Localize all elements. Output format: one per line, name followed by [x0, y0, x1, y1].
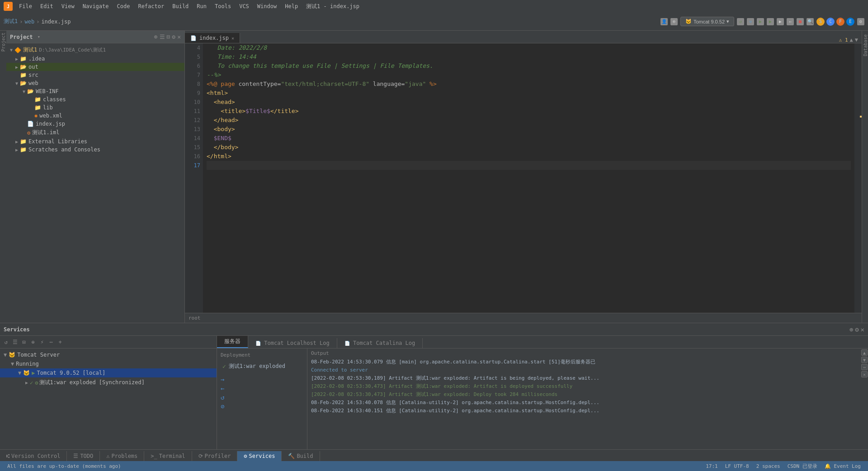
toolbar-icon-nav[interactable]: ⊕: [670, 18, 678, 25]
expand-icon[interactable]: ▲: [850, 37, 853, 43]
svc-icon-filter[interactable]: ⚡: [38, 338, 46, 346]
editor-tab-close[interactable]: ✕: [231, 36, 234, 41]
services-settings-icon[interactable]: ⚙: [855, 326, 859, 333]
status-encoding[interactable]: LF UTF-8: [722, 463, 753, 469]
svc-item-running[interactable]: ▼ Running: [0, 359, 217, 368]
menu-item-help[interactable]: Help: [281, 2, 302, 11]
tree-item-root[interactable]: ▼ 🔶 测试1 D:\Java\IDEA_Code\测试1: [6, 45, 184, 55]
editor-tab-indexjsp[interactable]: 📄 index.jsp ✕: [185, 33, 240, 43]
tree-item-idea[interactable]: ▶ 📁 .idea: [6, 55, 184, 63]
menu-item-build[interactable]: Build: [169, 2, 192, 11]
svc-icon-expand[interactable]: ⊟: [20, 338, 28, 346]
menu-item-window[interactable]: Window: [254, 2, 280, 11]
svc-tab-localhost-log[interactable]: 📄 Tomcat Localhost Log: [248, 338, 337, 348]
deployment-item[interactable]: ✓ 测试1:war exploded: [221, 361, 303, 372]
toolbar-icon-coverage[interactable]: ▶: [777, 18, 784, 25]
project-icon-collapse[interactable]: ☰: [160, 33, 165, 40]
tree-item-classes[interactable]: ▶ 📁 classes: [6, 95, 184, 104]
tab-profiler[interactable]: ⟳ Profiler: [192, 451, 238, 461]
svc-icon-refresh[interactable]: ↺: [2, 338, 10, 346]
project-icon-gear[interactable]: ⚙: [172, 33, 175, 40]
project-panel-title: Project: [10, 34, 33, 40]
menu-item-vcs[interactable]: VCS: [236, 2, 253, 11]
code-editor[interactable]: Date: 2022/2/8 Time: 14:44 To change thi…: [203, 43, 854, 313]
output-line-4: [2022-02-08 02:53:30,473] Artifact 测试1:w…: [311, 382, 857, 391]
scroll-down-btn[interactable]: ▼: [861, 357, 868, 363]
toolbar-icon-user[interactable]: 👤: [660, 18, 668, 25]
breadcrumb-project[interactable]: 测试1: [4, 18, 18, 25]
menu-item-run[interactable]: Run: [193, 2, 210, 11]
tree-item-lib[interactable]: ▶ 📁 lib: [6, 104, 184, 112]
toolbar-icon-settings[interactable]: ⚙: [857, 18, 864, 25]
breadcrumb-file[interactable]: index.jsp: [41, 19, 71, 25]
tree-item-scratches[interactable]: ▶ 📁 Scratches and Consoles: [6, 146, 184, 154]
services-globe-icon[interactable]: ⊕: [849, 326, 853, 333]
deploy-up-icon[interactable]: →: [221, 376, 303, 383]
scroll-up-btn[interactable]: ▲: [861, 349, 868, 356]
tab-terminal[interactable]: >_ Terminal: [144, 451, 192, 461]
safari-icon[interactable]: S: [816, 18, 825, 26]
tree-item-out[interactable]: ▶ 📂 out: [6, 63, 184, 71]
tree-item-iml[interactable]: ▶ ⚙ 测试1.iml: [6, 128, 184, 137]
menu-item-refactor[interactable]: Refactor: [134, 2, 168, 11]
project-tab-vertical[interactable]: Project: [1, 33, 6, 52]
chrome-icon[interactable]: C: [826, 18, 835, 26]
toolbar-icon-stop[interactable]: ■: [797, 18, 804, 25]
scroll-wrap-btn[interactable]: ⇔: [861, 364, 868, 370]
scroll-clear-btn[interactable]: ✕: [861, 371, 868, 377]
firefox-icon[interactable]: F: [836, 18, 844, 26]
svc-icon-add[interactable]: ⊕: [29, 338, 37, 346]
svc-item-deployment[interactable]: ▶ ✓ ⚙ 测试1:war exploded [Synchronized]: [0, 377, 217, 388]
tree-item-src[interactable]: ▶ 📁 src: [6, 71, 184, 79]
svc-icon-collapse[interactable]: ☰: [11, 338, 19, 346]
status-spaces[interactable]: 2 spaces: [753, 463, 784, 469]
project-icon-close[interactable]: ✕: [177, 33, 181, 40]
collapse-icon[interactable]: ▼: [855, 37, 858, 43]
deploy-refresh-icon[interactable]: ↺: [221, 394, 303, 401]
svc-tab-server[interactable]: 服务器: [217, 336, 248, 348]
menu-item-tools[interactable]: Tools: [211, 2, 235, 11]
menu-item-view[interactable]: View: [58, 2, 78, 11]
tab-problems[interactable]: ⚠ Problems: [100, 451, 144, 461]
tree-item-web[interactable]: ▼ 📂 web: [6, 79, 184, 87]
tree-item-external[interactable]: ▶ 📁 External Libraries: [6, 137, 184, 146]
svc-tab-catalina-log[interactable]: 📄 Tomcat Catalina Log: [337, 338, 423, 348]
toolbar-icon-refresh[interactable]: ↺: [737, 18, 744, 25]
tab-build[interactable]: 🔨 Build: [282, 451, 320, 461]
tree-item-webxml[interactable]: ▶ ✱ web.xml: [6, 112, 184, 120]
database-tab[interactable]: Database: [862, 31, 868, 60]
project-dropdown-icon[interactable]: ▾: [38, 34, 41, 40]
menu-item-navigate[interactable]: Navigate: [79, 2, 113, 11]
breadcrumb-module[interactable]: web: [24, 19, 34, 25]
tree-item-indexjsp[interactable]: ▶ 📄 index.jsp: [6, 120, 184, 128]
toolbar-icon-back[interactable]: ←: [787, 18, 794, 25]
svc-item-tomcat-instance[interactable]: ▼ 🐱 ▶ Tomcat 9.0.52 [local]: [0, 368, 217, 377]
edge-icon[interactable]: E: [846, 18, 854, 26]
project-icon-filter[interactable]: ⊟: [167, 33, 170, 40]
toolbar-icon-build[interactable]: ⚒: [747, 18, 754, 25]
editor-content: 4 5 6 7 8 9 10 11 12 13 14 15 16 17 Date…: [185, 43, 862, 313]
tree-item-webinf[interactable]: ▼ 📂 WEB-INF: [6, 87, 184, 95]
deploy-undeploy-icon[interactable]: ⊘: [221, 403, 303, 410]
tomcat-config-button[interactable]: 🐱 Tomcat 9.0.52 ▾: [680, 17, 734, 26]
svc-icon-plus[interactable]: +: [56, 338, 64, 346]
status-position[interactable]: 17:1: [702, 463, 722, 469]
svc-icon-more[interactable]: ⋯: [47, 338, 55, 346]
menu-item-file[interactable]: File: [15, 2, 36, 11]
tab-todo[interactable]: ☰ TODO: [67, 451, 100, 461]
services-close-icon[interactable]: ✕: [861, 326, 864, 333]
status-event-log[interactable]: 🔔 Event Log: [821, 463, 864, 469]
deploy-down-icon[interactable]: ←: [221, 385, 303, 392]
toolbar-icon-debug[interactable]: ▶: [757, 18, 764, 25]
menu-item-edit[interactable]: Edit: [37, 2, 57, 11]
line-numbers: 4 5 6 7 8 9 10 11 12 13 14 15 16 17: [185, 43, 203, 313]
toolbar-icon-search[interactable]: 🔍: [807, 18, 814, 25]
menu-item-code[interactable]: Code: [113, 2, 134, 11]
status-csdn[interactable]: CSDN 已登录: [784, 463, 821, 470]
project-icon-add[interactable]: ⊕: [154, 33, 158, 40]
tab-version-control[interactable]: ⑆ Version Control: [0, 451, 67, 461]
tab-services[interactable]: ⚙ Services: [237, 451, 282, 461]
editor-scrollbar[interactable]: [854, 43, 862, 313]
toolbar-icon-run[interactable]: ▶: [767, 18, 774, 25]
svc-item-tomcat-server[interactable]: ▼ 🐱 Tomcat Server: [0, 350, 217, 359]
